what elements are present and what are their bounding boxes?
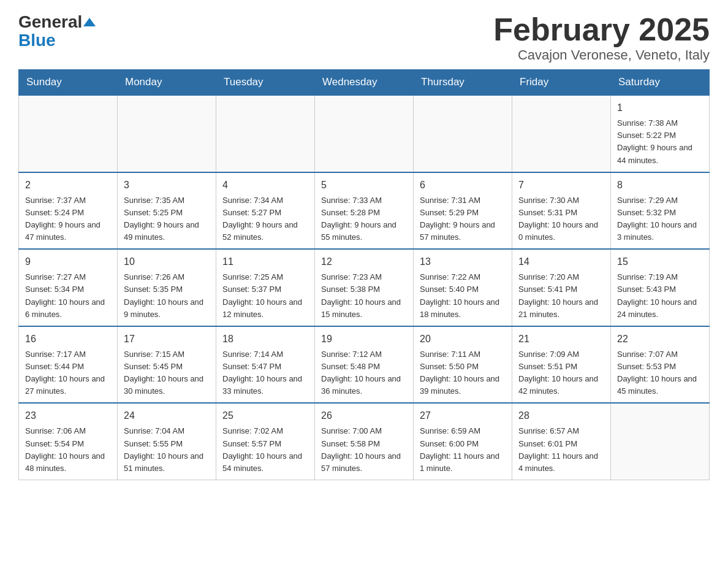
calendar-cell: 10Sunrise: 7:26 AMSunset: 5:35 PMDayligh… <box>118 249 216 326</box>
calendar-cell: 16Sunrise: 7:17 AMSunset: 5:44 PMDayligh… <box>19 326 118 404</box>
calendar-header-wednesday: Wednesday <box>315 70 414 96</box>
day-info: Sunrise: 7:15 AMSunset: 5:45 PMDaylight:… <box>124 348 210 398</box>
day-number: 5 <box>321 178 407 193</box>
day-number: 12 <box>321 255 407 269</box>
day-info: Sunrise: 7:27 AMSunset: 5:34 PMDaylight:… <box>25 271 111 321</box>
day-number: 4 <box>222 178 308 193</box>
calendar-cell: 19Sunrise: 7:12 AMSunset: 5:48 PMDayligh… <box>315 326 414 404</box>
day-number: 7 <box>518 178 604 193</box>
calendar-cell: 13Sunrise: 7:22 AMSunset: 5:40 PMDayligh… <box>414 249 512 326</box>
day-number: 22 <box>617 332 703 347</box>
day-info: Sunrise: 7:26 AMSunset: 5:35 PMDaylight:… <box>124 271 210 321</box>
day-number: 2 <box>25 178 111 193</box>
calendar-cell: 3Sunrise: 7:35 AMSunset: 5:25 PMDaylight… <box>118 172 216 250</box>
day-number: 20 <box>420 332 506 347</box>
calendar-header-saturday: Saturday <box>611 70 710 96</box>
day-number: 17 <box>124 332 210 347</box>
calendar-cell: 8Sunrise: 7:29 AMSunset: 5:32 PMDaylight… <box>611 172 710 250</box>
logo-triangle-icon <box>83 18 96 26</box>
day-info: Sunrise: 7:19 AMSunset: 5:43 PMDaylight:… <box>617 271 703 321</box>
day-number: 16 <box>25 332 111 347</box>
day-info: Sunrise: 7:09 AMSunset: 5:51 PMDaylight:… <box>518 348 604 398</box>
day-number: 14 <box>518 255 604 269</box>
calendar-header-monday: Monday <box>118 70 216 96</box>
calendar-cell: 26Sunrise: 7:00 AMSunset: 5:58 PMDayligh… <box>315 403 414 480</box>
day-number: 27 <box>420 408 506 423</box>
calendar-cell <box>611 403 710 480</box>
day-number: 25 <box>222 408 308 423</box>
day-info: Sunrise: 7:20 AMSunset: 5:41 PMDaylight:… <box>518 271 604 321</box>
logo: General Blue <box>18 12 96 49</box>
calendar-cell: 6Sunrise: 7:31 AMSunset: 5:29 PMDaylight… <box>414 172 512 250</box>
calendar-cell: 14Sunrise: 7:20 AMSunset: 5:41 PMDayligh… <box>512 249 611 326</box>
calendar-header-friday: Friday <box>512 70 611 96</box>
calendar-cell <box>414 95 512 172</box>
calendar-cell: 9Sunrise: 7:27 AMSunset: 5:34 PMDaylight… <box>19 249 118 326</box>
day-number: 13 <box>420 255 506 269</box>
calendar-cell <box>216 95 315 172</box>
day-info: Sunrise: 7:33 AMSunset: 5:28 PMDaylight:… <box>321 194 407 244</box>
calendar-cell: 17Sunrise: 7:15 AMSunset: 5:45 PMDayligh… <box>118 326 216 404</box>
day-number: 1 <box>617 101 703 115</box>
day-info: Sunrise: 7:30 AMSunset: 5:31 PMDaylight:… <box>518 194 604 244</box>
calendar-header-row: SundayMondayTuesdayWednesdayThursdayFrid… <box>19 70 710 96</box>
day-info: Sunrise: 7:02 AMSunset: 5:57 PMDaylight:… <box>222 425 308 475</box>
logo-blue-text: Blue <box>18 32 56 49</box>
day-number: 3 <box>124 178 210 193</box>
day-number: 24 <box>124 408 210 423</box>
day-info: Sunrise: 7:37 AMSunset: 5:24 PMDaylight:… <box>25 194 111 244</box>
day-info: Sunrise: 7:12 AMSunset: 5:48 PMDaylight:… <box>321 348 407 398</box>
calendar-cell <box>118 95 216 172</box>
day-number: 23 <box>25 408 111 423</box>
day-info: Sunrise: 7:35 AMSunset: 5:25 PMDaylight:… <box>124 194 210 244</box>
week-row-2: 2Sunrise: 7:37 AMSunset: 5:24 PMDaylight… <box>19 172 710 250</box>
month-title: February 2025 <box>493 12 710 47</box>
title-block: February 2025 Cavajon Veronese, Veneto, … <box>493 12 710 63</box>
day-info: Sunrise: 7:14 AMSunset: 5:47 PMDaylight:… <box>222 348 308 398</box>
day-info: Sunrise: 7:06 AMSunset: 5:54 PMDaylight:… <box>25 425 111 475</box>
day-number: 21 <box>518 332 604 347</box>
calendar-header-sunday: Sunday <box>19 70 118 96</box>
day-number: 6 <box>420 178 506 193</box>
calendar-cell: 1Sunrise: 7:38 AMSunset: 5:22 PMDaylight… <box>611 95 710 172</box>
calendar-cell: 23Sunrise: 7:06 AMSunset: 5:54 PMDayligh… <box>19 403 118 480</box>
calendar-cell: 21Sunrise: 7:09 AMSunset: 5:51 PMDayligh… <box>512 326 611 404</box>
calendar-cell: 25Sunrise: 7:02 AMSunset: 5:57 PMDayligh… <box>216 403 315 480</box>
day-info: Sunrise: 7:07 AMSunset: 5:53 PMDaylight:… <box>617 348 703 398</box>
logo-general-text: General <box>18 12 82 32</box>
week-row-3: 9Sunrise: 7:27 AMSunset: 5:34 PMDaylight… <box>19 249 710 326</box>
day-info: Sunrise: 7:25 AMSunset: 5:37 PMDaylight:… <box>222 271 308 321</box>
calendar-cell: 5Sunrise: 7:33 AMSunset: 5:28 PMDaylight… <box>315 172 414 250</box>
day-info: Sunrise: 7:11 AMSunset: 5:50 PMDaylight:… <box>420 348 506 398</box>
page-header: General Blue February 2025 Cavajon Veron… <box>18 12 710 63</box>
day-info: Sunrise: 7:31 AMSunset: 5:29 PMDaylight:… <box>420 194 506 244</box>
calendar-header-thursday: Thursday <box>414 70 512 96</box>
calendar-cell: 12Sunrise: 7:23 AMSunset: 5:38 PMDayligh… <box>315 249 414 326</box>
calendar-cell: 18Sunrise: 7:14 AMSunset: 5:47 PMDayligh… <box>216 326 315 404</box>
day-number: 26 <box>321 408 407 423</box>
day-info: Sunrise: 7:22 AMSunset: 5:40 PMDaylight:… <box>420 271 506 321</box>
calendar-cell: 11Sunrise: 7:25 AMSunset: 5:37 PMDayligh… <box>216 249 315 326</box>
calendar-cell: 28Sunrise: 6:57 AMSunset: 6:01 PMDayligh… <box>512 403 611 480</box>
day-info: Sunrise: 7:23 AMSunset: 5:38 PMDaylight:… <box>321 271 407 321</box>
week-row-5: 23Sunrise: 7:06 AMSunset: 5:54 PMDayligh… <box>19 403 710 480</box>
day-number: 15 <box>617 255 703 269</box>
day-number: 9 <box>25 255 111 269</box>
calendar-cell <box>19 95 118 172</box>
calendar-cell <box>512 95 611 172</box>
day-number: 10 <box>124 255 210 269</box>
calendar-cell: 22Sunrise: 7:07 AMSunset: 5:53 PMDayligh… <box>611 326 710 404</box>
calendar-cell: 27Sunrise: 6:59 AMSunset: 6:00 PMDayligh… <box>414 403 512 480</box>
calendar-cell: 24Sunrise: 7:04 AMSunset: 5:55 PMDayligh… <box>118 403 216 480</box>
calendar-cell <box>315 95 414 172</box>
calendar-header-tuesday: Tuesday <box>216 70 315 96</box>
calendar-cell: 2Sunrise: 7:37 AMSunset: 5:24 PMDaylight… <box>19 172 118 250</box>
day-number: 11 <box>222 255 308 269</box>
day-info: Sunrise: 7:04 AMSunset: 5:55 PMDaylight:… <box>124 425 210 475</box>
day-number: 18 <box>222 332 308 347</box>
calendar-cell: 4Sunrise: 7:34 AMSunset: 5:27 PMDaylight… <box>216 172 315 250</box>
day-number: 19 <box>321 332 407 347</box>
day-number: 28 <box>518 408 604 423</box>
day-info: Sunrise: 6:59 AMSunset: 6:00 PMDaylight:… <box>420 425 506 475</box>
calendar-cell: 20Sunrise: 7:11 AMSunset: 5:50 PMDayligh… <box>414 326 512 404</box>
